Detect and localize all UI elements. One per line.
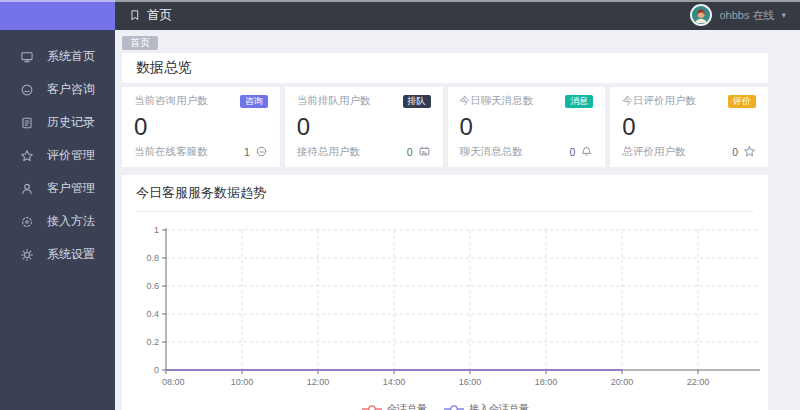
content-area: 首页 数据总览 当前咨询用户数咨询0当前在线客服数1当前排队用户数排队0接待总用… xyxy=(115,30,800,410)
card-footer: 总评价用户数0 xyxy=(622,145,756,159)
stat-card-review: 今日评价用户数评价0总评价用户数0 xyxy=(610,87,768,167)
api-icon xyxy=(20,215,34,229)
svg-text:16:00: 16:00 xyxy=(459,377,482,387)
svg-text:0.4: 0.4 xyxy=(146,309,159,319)
legend-marker-icon xyxy=(443,404,465,410)
legend-label: 会话总量 xyxy=(387,402,427,410)
app-window: 系统首页客户咨询历史记录评价管理客户管理接入方法系统设置 首页 ohbbs 在线… xyxy=(0,0,800,410)
bell-icon xyxy=(580,145,593,158)
card-footer-value: 0 xyxy=(407,146,413,158)
svg-text:0: 0 xyxy=(154,365,159,375)
card-footer-label: 接待总用户数 xyxy=(297,145,360,159)
card-footer-label: 当前在线客服数 xyxy=(134,145,208,159)
star-outline-icon xyxy=(743,145,756,158)
idcard-icon xyxy=(418,145,431,158)
logo-area xyxy=(0,0,115,30)
card-header: 当前咨询用户数咨询 xyxy=(134,94,268,108)
card-header: 当前排队用户数排队 xyxy=(297,94,431,108)
chart-title: 今日客服服务数据趋势 xyxy=(136,184,754,212)
bookmark-icon xyxy=(129,9,141,21)
sidebar-item-system-home[interactable]: 系统首页 xyxy=(0,40,115,73)
user-menu[interactable]: ohbbs 在线 ▾ xyxy=(690,4,786,26)
avatar[interactable] xyxy=(690,4,712,26)
sidebar-menu: 系统首页客户咨询历史记录评价管理客户管理接入方法系统设置 xyxy=(0,30,115,271)
sidebar-item-label: 历史记录 xyxy=(47,114,95,131)
window-top-edge xyxy=(0,0,800,2)
card-value: 0 xyxy=(297,113,431,141)
card-footer: 当前在线客服数1 xyxy=(134,145,268,159)
topbar: 首页 ohbbs 在线 ▾ xyxy=(115,0,800,30)
sidebar-item-label: 客户管理 xyxy=(47,180,95,197)
card-footer-value: 0 xyxy=(732,146,738,158)
sidebar-item-history-records[interactable]: 历史记录 xyxy=(0,106,115,139)
stat-card-consult: 当前咨询用户数咨询0当前在线客服数1 xyxy=(122,87,280,167)
svg-text:08:00: 08:00 xyxy=(162,377,185,387)
overview-panel: 数据总览 xyxy=(122,53,768,83)
stat-card-queue: 当前排队用户数排队0接待总用户数0 xyxy=(285,87,443,167)
tab-tag-home[interactable]: 首页 xyxy=(122,36,158,50)
legend-item-sessions-total[interactable]: 会话总量 xyxy=(361,402,427,410)
svg-text:10:00: 10:00 xyxy=(231,377,254,387)
sidebar-item-label: 评价管理 xyxy=(47,147,95,164)
card-badge: 咨询 xyxy=(240,95,268,108)
history-icon xyxy=(20,116,34,130)
card-badge: 排队 xyxy=(403,95,431,108)
card-footer-label: 聊天消息总数 xyxy=(460,145,523,159)
svg-text:18:00: 18:00 xyxy=(535,377,558,387)
chevron-down-icon: ▾ xyxy=(781,10,786,20)
card-badge: 消息 xyxy=(565,95,593,108)
overview-title: 数据总览 xyxy=(122,53,768,83)
chart-legend: 会话总量接入会话总量 xyxy=(122,402,768,410)
sidebar-item-label: 系统设置 xyxy=(47,246,95,263)
legend-label: 接入会话总量 xyxy=(469,402,529,410)
card-footer-value: 1 xyxy=(244,146,250,158)
svg-text:20:00: 20:00 xyxy=(611,377,634,387)
stat-card-message: 今日聊天消息数消息0聊天消息总数0 xyxy=(448,87,606,167)
svg-text:12:00: 12:00 xyxy=(307,377,330,387)
line-chart: 00.20.40.60.8108:0010:0012:0014:0016:001… xyxy=(134,220,768,402)
card-title: 当前排队用户数 xyxy=(297,94,371,108)
card-footer: 接待总用户数0 xyxy=(297,145,431,159)
sidebar: 系统首页客户咨询历史记录评价管理客户管理接入方法系统设置 xyxy=(0,0,115,410)
monitor-icon xyxy=(20,50,34,64)
svg-text:22:00: 22:00 xyxy=(687,377,710,387)
sidebar-item-system-settings[interactable]: 系统设置 xyxy=(0,238,115,271)
card-footer-label: 总评价用户数 xyxy=(622,145,685,159)
sidebar-item-label: 系统首页 xyxy=(47,48,95,65)
card-footer: 聊天消息总数0 xyxy=(460,145,594,159)
legend-item-sessions-connected[interactable]: 接入会话总量 xyxy=(443,402,529,410)
card-value: 0 xyxy=(134,113,268,141)
card-footer-value: 0 xyxy=(569,146,575,158)
card-title: 当前咨询用户数 xyxy=(134,94,208,108)
card-title: 今日聊天消息数 xyxy=(460,94,534,108)
smile-icon xyxy=(255,145,268,158)
card-badge: 评价 xyxy=(728,95,756,108)
sidebar-item-customer-mgmt[interactable]: 客户管理 xyxy=(0,172,115,205)
sidebar-item-review-mgmt[interactable]: 评价管理 xyxy=(0,139,115,172)
svg-text:0.8: 0.8 xyxy=(146,253,159,263)
breadcrumb-label: 首页 xyxy=(147,7,172,24)
svg-text:0.2: 0.2 xyxy=(146,337,159,347)
main-column: 首页 ohbbs 在线 ▾ 首页 数据总览 当前咨询用户数咨询0当前在线客服数1… xyxy=(115,0,800,410)
card-value: 0 xyxy=(622,113,756,141)
card-value: 0 xyxy=(460,113,594,141)
chat-icon xyxy=(20,83,34,97)
card-header: 今日评价用户数评价 xyxy=(622,94,756,108)
legend-marker-icon xyxy=(361,404,383,410)
svg-text:1: 1 xyxy=(154,225,159,235)
user-icon xyxy=(20,182,34,196)
card-header: 今日聊天消息数消息 xyxy=(460,94,594,108)
breadcrumb[interactable]: 首页 xyxy=(129,7,172,24)
gear-icon xyxy=(20,248,34,262)
stat-cards-row: 当前咨询用户数咨询0当前在线客服数1当前排队用户数排队0接待总用户数0今日聊天消… xyxy=(122,87,768,167)
sidebar-item-label: 接入方法 xyxy=(47,213,95,230)
svg-text:0.6: 0.6 xyxy=(146,281,159,291)
sidebar-item-access-method[interactable]: 接入方法 xyxy=(0,205,115,238)
sidebar-item-customer-consult[interactable]: 客户咨询 xyxy=(0,73,115,106)
sidebar-item-label: 客户咨询 xyxy=(47,81,95,98)
star-icon xyxy=(20,149,34,163)
chart-panel: 今日客服服务数据趋势 00.20.40.60.8108:0010:0012:00… xyxy=(122,175,768,410)
username: ohbbs 在线 xyxy=(719,8,774,23)
svg-text:14:00: 14:00 xyxy=(383,377,406,387)
card-title: 今日评价用户数 xyxy=(622,94,696,108)
